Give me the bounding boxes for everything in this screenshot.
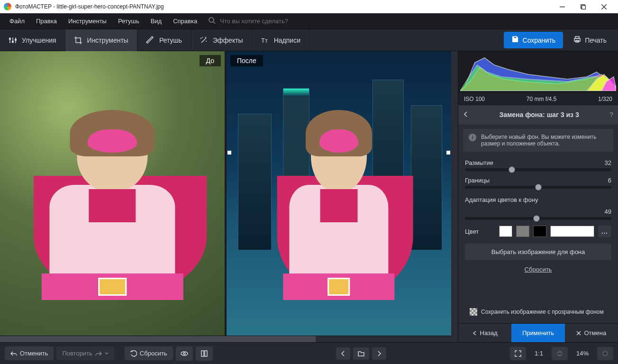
text-icon: Tт [261, 36, 269, 45]
slider-blur-label: Размытие [465, 159, 493, 166]
canvas-after[interactable]: После [227, 51, 451, 336]
slider-adapt: 49 [458, 205, 618, 223]
iso-value: ISO 100 [464, 96, 485, 102]
search-input[interactable] [220, 18, 324, 25]
tab-text[interactable]: Tт Надписи [252, 29, 309, 51]
color-preview[interactable] [550, 226, 594, 237]
open-folder-button[interactable] [353, 347, 369, 360]
subject-after[interactable] [277, 114, 401, 336]
svg-point-10 [9, 38, 11, 39]
tab-enhance[interactable]: Улучшения [0, 29, 65, 51]
zoom-in-button[interactable] [597, 347, 613, 360]
tab-label: Инструменты [87, 36, 128, 44]
panel-title: Замена фона: шаг 3 из 3 [473, 111, 605, 118]
undo-label: Отменить [20, 350, 48, 357]
titlebar: ФотоМАСТЕР - little-girl-super-hero-conc… [0, 0, 618, 13]
menu-file[interactable]: Файл [5, 16, 29, 27]
resize-handle-right[interactable] [446, 151, 450, 155]
exif-row: ISO 100 70 mm f/4.5 1/320 [458, 93, 618, 105]
maximize-button[interactable] [573, 0, 593, 13]
help-button[interactable]: ? [609, 111, 613, 118]
redo-button[interactable]: Повторить [56, 346, 114, 360]
tab-tools[interactable]: Инструменты [65, 29, 137, 51]
info-icon: i [469, 134, 476, 141]
save-transparent-label: Сохранить изображение с прозрачным фоном [481, 309, 604, 315]
window-title: ФотоМАСТЕР - little-girl-super-hero-conc… [15, 3, 552, 10]
preview-toggle-button[interactable] [176, 346, 193, 361]
close-button[interactable] [593, 0, 614, 13]
tab-retouch[interactable]: Ретушь [137, 29, 191, 51]
svg-text:Tт: Tт [261, 37, 268, 44]
svg-rect-14 [514, 36, 517, 38]
slider-blur-track[interactable] [465, 168, 611, 171]
slider-blur: Размытие 32 [458, 156, 618, 174]
adapt-section-label: Адаптация цветов к фону [458, 191, 618, 205]
canvas-area: До После [0, 51, 451, 342]
histogram [458, 51, 618, 93]
undo-button[interactable]: Отменить [5, 346, 54, 360]
sliders-icon [9, 36, 17, 45]
save-transparent-button[interactable]: Сохранить изображение с прозрачным фоном [465, 303, 611, 320]
shutter-value: 1/320 [598, 96, 612, 102]
svg-point-5 [209, 18, 214, 22]
bottombar: Отменить Повторить Сбросить 1:1 14% [0, 342, 618, 364]
back-button[interactable]: Назад [458, 324, 511, 342]
search-icon [209, 17, 215, 26]
choose-background-button[interactable]: Выбрать изображение для фона [465, 244, 611, 260]
svg-rect-22 [201, 351, 204, 356]
cancel-button[interactable]: Отмена [565, 324, 618, 342]
tab-effects[interactable]: Эффекты [191, 29, 252, 51]
minimize-button[interactable] [552, 0, 573, 13]
panel-back-button[interactable] [463, 111, 469, 118]
slider-blur-value: 32 [605, 159, 611, 166]
menu-view[interactable]: Вид [146, 16, 167, 27]
cancel-label: Отмена [584, 329, 606, 337]
color-white[interactable] [499, 226, 512, 237]
color-black[interactable] [533, 226, 546, 237]
color-row: Цвет ... [458, 223, 618, 240]
save-label: Сохранить [523, 36, 556, 44]
apply-button[interactable]: Применить [511, 324, 564, 342]
menu-tools[interactable]: Инструменты [64, 16, 111, 27]
menu-edit[interactable]: Правка [31, 16, 62, 27]
svg-line-6 [213, 22, 215, 24]
reset-link[interactable]: Сбросить [458, 264, 618, 275]
zoom-out-button[interactable] [552, 347, 568, 360]
svg-rect-23 [205, 351, 207, 356]
next-image-button[interactable] [372, 347, 386, 360]
prev-image-button[interactable] [336, 347, 350, 360]
save-button[interactable]: Сохранить [504, 32, 563, 48]
print-button[interactable]: Печать [567, 32, 613, 48]
fit-screen-button[interactable] [510, 347, 526, 360]
svg-rect-16 [574, 38, 580, 41]
resize-handle-left[interactable] [227, 151, 231, 155]
zoom-value: 14% [571, 350, 594, 357]
slider-adapt-track[interactable] [465, 217, 611, 220]
lens-value: 70 mm f/4.5 [527, 96, 556, 102]
slider-blur-thumb[interactable] [509, 166, 515, 173]
slider-edges-track[interactable] [465, 186, 611, 189]
menu-help[interactable]: Справка [168, 16, 202, 27]
reset-label: Сбросить [140, 350, 167, 357]
menu-retouch[interactable]: Ретушь [113, 16, 144, 27]
slider-edges-value: 6 [608, 177, 611, 184]
reset-button[interactable]: Сбросить [125, 346, 173, 360]
ratio-label[interactable]: 1:1 [529, 350, 549, 357]
slider-edges-thumb[interactable] [535, 184, 542, 191]
color-label: Цвет [465, 228, 479, 235]
horizontal-scrollbar[interactable] [0, 336, 451, 342]
tab-label: Улучшения [22, 36, 56, 44]
panel-header: Замена фона: шаг 3 из 3 ? [458, 105, 618, 124]
svg-point-12 [15, 39, 17, 40]
slider-adapt-value: 49 [605, 208, 611, 215]
color-more-button[interactable]: ... [598, 226, 611, 237]
right-panel: ISO 100 70 mm f/4.5 1/320 Замена фона: ш… [458, 51, 618, 342]
redo-label: Повторить [62, 350, 92, 357]
canvas-vertical-scrollbar[interactable] [451, 51, 458, 342]
slider-adapt-thumb[interactable] [533, 215, 540, 222]
compare-button[interactable] [196, 346, 213, 361]
nav-group [336, 347, 386, 360]
canvas-before[interactable]: До [0, 51, 225, 336]
menubar: Файл Правка Инструменты Ретушь Вид Справ… [0, 13, 618, 29]
color-gray[interactable] [516, 226, 529, 237]
